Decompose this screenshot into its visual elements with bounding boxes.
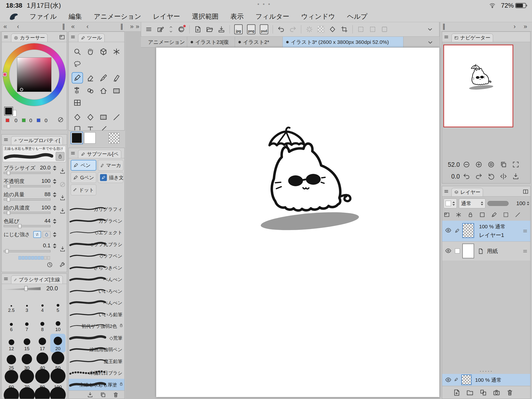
size-option-4[interactable]: 4 bbox=[35, 295, 50, 314]
no-default-icon[interactable] bbox=[59, 181, 66, 188]
blur-amount-slider-row[interactable]: 0.1 bbox=[2, 242, 67, 255]
stepper[interactable] bbox=[53, 219, 56, 224]
clip-studio-share-button[interactable] bbox=[178, 26, 185, 33]
panel-grip-icon[interactable] bbox=[3, 34, 9, 40]
slider-track[interactable] bbox=[4, 225, 50, 227]
reset-rotation-button[interactable] bbox=[487, 173, 495, 180]
brush-item-rough-round[interactable]: ◇ラフ丸ブラシ bbox=[69, 238, 124, 250]
subtool-dot-button[interactable]: ドット bbox=[71, 184, 96, 195]
layer-row-2-paper[interactable]: 用紙 bbox=[442, 241, 530, 261]
color-set-icon[interactable] bbox=[59, 34, 65, 40]
zoom-100-button[interactable] bbox=[487, 161, 495, 168]
expand-right-icon[interactable]: » bbox=[130, 23, 133, 30]
selection-tool[interactable] bbox=[72, 58, 83, 70]
property-pager-segments[interactable] bbox=[18, 256, 50, 261]
subtool-pen-button[interactable]: ペン bbox=[71, 160, 96, 171]
stepper[interactable] bbox=[53, 179, 56, 184]
ellipse-tool[interactable] bbox=[98, 123, 109, 131]
text-tool[interactable] bbox=[85, 123, 96, 131]
fit-screen-button[interactable] bbox=[500, 161, 507, 168]
rotate-left-button[interactable] bbox=[463, 173, 470, 180]
export-jpg-button[interactable]: jpg bbox=[234, 24, 243, 34]
tool-property-tab[interactable]: ツールプロパティ[ bbox=[11, 136, 63, 145]
new-canvas-button[interactable] bbox=[194, 26, 201, 33]
panel-grip-icon[interactable] bbox=[70, 150, 76, 156]
menu-help[interactable]: ヘルプ bbox=[347, 12, 367, 21]
gradient-tool[interactable] bbox=[111, 85, 122, 97]
menu-edit[interactable]: 編集 bbox=[69, 12, 82, 21]
menu-selection[interactable]: 選択範囲 bbox=[192, 12, 218, 21]
menu-animation[interactable]: アニメーション bbox=[94, 12, 141, 21]
zoom-value[interactable]: 52.0 bbox=[442, 161, 460, 168]
deselect-button[interactable] bbox=[317, 26, 324, 33]
blur-mode-b-button[interactable] bbox=[43, 231, 50, 238]
size-option-150[interactable]: 150 bbox=[19, 391, 34, 399]
panel-grip-icon[interactable] bbox=[3, 137, 9, 142]
brush-item-lineart-pen[interactable]: 線画用強弱ペン bbox=[69, 344, 124, 355]
tabbar-collapse-chevron-icon[interactable] bbox=[427, 39, 434, 46]
fill-tool[interactable] bbox=[98, 85, 109, 97]
navigator-tab[interactable]: ナビゲーター bbox=[451, 33, 493, 42]
tab-illust23[interactable]: イラスト23[復 bbox=[187, 37, 235, 47]
stepper[interactable] bbox=[53, 205, 56, 211]
panel-grip-icon[interactable] bbox=[444, 189, 449, 194]
rotate-canvas-tool[interactable] bbox=[98, 46, 109, 57]
tab-animation[interactable]: アニメーション bbox=[142, 37, 187, 47]
opacity-value[interactable]: 100 bbox=[41, 178, 50, 184]
mask-layer-icon[interactable] bbox=[503, 212, 509, 218]
subtool-tab[interactable]: サブツール[ペ bbox=[78, 150, 121, 158]
eraser-tool[interactable] bbox=[85, 72, 96, 83]
reset-view-button[interactable] bbox=[512, 173, 519, 180]
ruler-layer-icon[interactable] bbox=[515, 212, 521, 218]
layer-tab[interactable]: レイヤー bbox=[451, 188, 483, 196]
figure-tool[interactable] bbox=[72, 112, 83, 123]
brush-item-komorebi[interactable]: 木漏れ日ブラシ bbox=[69, 367, 124, 379]
blur-strength-row[interactable]: にじむ強さ bbox=[2, 231, 67, 241]
transparent-color-icon[interactable] bbox=[57, 116, 64, 123]
blend-tool[interactable] bbox=[111, 72, 122, 83]
save-default-icon[interactable] bbox=[59, 208, 66, 214]
layer-grip-icon[interactable] bbox=[522, 228, 528, 234]
layer-opacity-value[interactable]: 100 bbox=[516, 200, 525, 207]
slider-handle[interactable] bbox=[7, 171, 10, 175]
size-option-20-selected[interactable]: 20 bbox=[50, 334, 66, 352]
collapse-left-b-icon[interactable]: « bbox=[71, 23, 75, 30]
slider-handle[interactable] bbox=[7, 198, 10, 201]
lock-layer-icon[interactable] bbox=[467, 212, 474, 218]
export-psd-button[interactable]: psd bbox=[260, 24, 268, 34]
layer-visibility-eye-icon[interactable] bbox=[445, 248, 451, 254]
delete-layer-button[interactable] bbox=[506, 389, 514, 396]
menu-file[interactable]: ファイル bbox=[30, 12, 57, 21]
line-tool[interactable] bbox=[111, 112, 122, 123]
brush-item-maou-pencil[interactable]: 魔王鉛筆 bbox=[69, 355, 124, 367]
save-default-icon[interactable] bbox=[59, 246, 66, 252]
import-subtool-icon[interactable] bbox=[87, 392, 93, 398]
paint-amount-value[interactable]: 88 bbox=[45, 191, 50, 198]
brush-size-current[interactable]: 20.0 bbox=[46, 285, 58, 292]
color-mix-tool[interactable] bbox=[85, 85, 96, 97]
main-drawing-color-chip[interactable] bbox=[71, 132, 83, 144]
size-option-12[interactable]: 12 bbox=[4, 334, 19, 352]
size-option-30[interactable]: 30 bbox=[19, 353, 34, 372]
size-option-170[interactable]: 170 bbox=[35, 391, 50, 399]
subtool-gpen-button[interactable]: Gペン bbox=[71, 172, 96, 183]
menu-layer[interactable]: レイヤー bbox=[153, 12, 180, 21]
paper-thumbnail[interactable] bbox=[462, 244, 474, 258]
transparent-color-chip[interactable] bbox=[109, 133, 119, 144]
shape-tool[interactable] bbox=[72, 123, 83, 131]
brush-item-rough-pen[interactable]: ◇ラフペン bbox=[69, 250, 124, 262]
edit-canvas-button[interactable] bbox=[157, 26, 164, 33]
stepper[interactable] bbox=[53, 166, 56, 171]
size-option-2-5[interactable]: 2.5 bbox=[4, 295, 19, 314]
paper-layer-name[interactable]: 用紙 bbox=[487, 248, 498, 255]
mini-layer-thumbnail[interactable] bbox=[461, 375, 472, 385]
brush-size-value[interactable]: 20.0 bbox=[40, 165, 50, 171]
transform-button[interactable] bbox=[341, 26, 348, 33]
slider-handle[interactable] bbox=[7, 184, 10, 188]
selection-launcher-button[interactable] bbox=[306, 26, 313, 33]
select-area-button[interactable] bbox=[357, 26, 365, 33]
transfer-layer-button[interactable] bbox=[480, 389, 487, 396]
brush-size-slider-row[interactable]: ブラシサイズ 20.0 bbox=[2, 164, 67, 177]
slider-track[interactable] bbox=[4, 199, 50, 200]
layer-name[interactable]: レイヤー1 bbox=[479, 232, 504, 239]
